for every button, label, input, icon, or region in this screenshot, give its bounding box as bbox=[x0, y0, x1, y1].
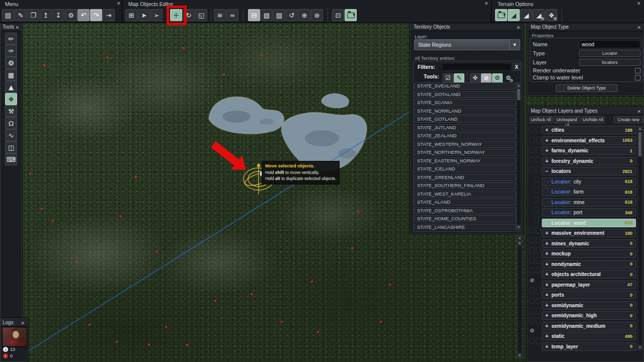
object-brush-icon[interactable]: ⚒ bbox=[5, 105, 17, 117]
lock-eye-toggles[interactable] bbox=[530, 216, 542, 224]
lock-icon[interactable] bbox=[530, 237, 535, 243]
type-value-button[interactable]: Locator bbox=[579, 50, 640, 57]
expand-toggle-icon[interactable]: + bbox=[545, 282, 551, 288]
lock-eye-toggles[interactable] bbox=[530, 156, 542, 163]
lock-eye-toggles[interactable] bbox=[530, 256, 542, 264]
lock-icon[interactable] bbox=[530, 308, 535, 314]
visibility-off-icon[interactable]: ⊘ bbox=[530, 327, 542, 334]
territory-list-item[interactable]: STATE_LANCASHIRE bbox=[414, 224, 516, 231]
terrain-view-icon[interactable]: ◢ bbox=[508, 9, 520, 21]
lock-icon[interactable] bbox=[530, 288, 535, 294]
add-object-icon[interactable]: ⊞ bbox=[125, 9, 137, 21]
layer-row[interactable]: +cities188 bbox=[542, 126, 636, 134]
lock-eye-toggles[interactable] bbox=[530, 246, 542, 254]
expand-toggle-icon[interactable]: + bbox=[545, 303, 551, 308]
lock-eye-toggles[interactable] bbox=[530, 266, 542, 274]
vegetation-water-icon[interactable]: ≋ bbox=[214, 9, 226, 21]
lock-eye-toggles[interactable] bbox=[530, 297, 542, 304]
scroll-down-icon[interactable]: ▼ bbox=[517, 224, 521, 230]
scrollbar-thumb[interactable] bbox=[517, 89, 520, 100]
lock-eye-toggles[interactable] bbox=[530, 287, 542, 294]
scroll-down-icon[interactable]: ▼ bbox=[638, 344, 642, 350]
territory-list-item[interactable]: STATE_OSTROBOTHNIA bbox=[414, 207, 516, 214]
expand-toggle-icon[interactable]: + bbox=[545, 261, 551, 267]
territory-list-item[interactable]: STATE_ALAND bbox=[414, 199, 516, 206]
object-placement-icon[interactable]: ❖ bbox=[5, 93, 17, 105]
lock-icon[interactable] bbox=[530, 147, 535, 153]
lock-icon[interactable] bbox=[530, 318, 535, 324]
layers-list-scrollbar[interactable]: ▲ ▼ bbox=[637, 126, 642, 350]
terrain-graph-icon[interactable]: ◢ bbox=[520, 9, 532, 21]
lock-eye-toggles[interactable] bbox=[530, 146, 542, 153]
delete-object-icon[interactable]: ⊟ bbox=[248, 9, 260, 21]
creature-icon[interactable]: Ω bbox=[5, 117, 17, 129]
layer-row[interactable]: +semidynamic0 bbox=[542, 301, 636, 310]
expand-toggle-icon[interactable]: + bbox=[545, 251, 551, 256]
controller-icon[interactable]: ⌨ bbox=[5, 153, 17, 165]
terrain-settings-icon[interactable]: ◢⚙ bbox=[533, 9, 545, 21]
eye-icon[interactable] bbox=[536, 237, 541, 243]
territory-list-item[interactable]: STATE_NORRLAND bbox=[414, 108, 516, 115]
lock-icon[interactable] bbox=[530, 127, 535, 133]
expand-toggle-icon[interactable]: − bbox=[545, 168, 551, 174]
map-objects-editor-close-icon[interactable]: ✕ bbox=[485, 1, 489, 6]
eye-icon[interactable] bbox=[536, 167, 541, 173]
menu-close-icon[interactable]: ✕ bbox=[117, 1, 121, 6]
lock-icon[interactable] bbox=[530, 298, 535, 304]
lock-eye-toggles[interactable] bbox=[530, 317, 542, 324]
eye-icon[interactable] bbox=[536, 298, 541, 304]
fill-objects-icon[interactable]: ⊛ bbox=[481, 73, 492, 83]
eye-icon[interactable] bbox=[536, 288, 541, 294]
expand-toggle-icon[interactable]: + bbox=[545, 272, 551, 277]
terrain-height-icon[interactable]: ▲ bbox=[5, 81, 17, 93]
expand-toggle-icon[interactable]: + bbox=[545, 138, 551, 143]
lock-icon[interactable] bbox=[530, 338, 535, 344]
eye-icon[interactable] bbox=[536, 267, 541, 274]
probe-territory-icon[interactable]: ✜ bbox=[470, 73, 480, 83]
layer-row[interactable]: Locator:farm618 bbox=[542, 188, 636, 196]
territory-list-item[interactable]: STATE_HOME_COUNTIES bbox=[414, 215, 516, 222]
expand-toggle-icon[interactable]: + bbox=[545, 230, 551, 236]
eye-icon[interactable] bbox=[536, 127, 541, 133]
territory-list-item[interactable]: STATE_GOTALAND bbox=[414, 91, 516, 98]
eye-icon[interactable] bbox=[536, 257, 541, 263]
layer-row[interactable]: +static495 bbox=[542, 332, 636, 340]
grid-icon[interactable]: ▦ bbox=[5, 69, 17, 81]
randomize-rotation-icon[interactable]: ↺ bbox=[286, 9, 298, 21]
eye-icon[interactable] bbox=[536, 147, 541, 153]
territory-list-item[interactable]: STATE_SOUTHERN_FINLAND bbox=[414, 182, 516, 189]
camera-mode-icon[interactable] bbox=[345, 9, 357, 21]
territory-list-item[interactable]: STATE_GREENLAND bbox=[414, 174, 516, 181]
spline-icon[interactable]: ∿ bbox=[5, 129, 17, 141]
territory-list-item[interactable]: STATE_WEST_KARELIA bbox=[414, 191, 516, 198]
chevron-down-icon[interactable]: ▼ bbox=[509, 40, 520, 50]
save-icon[interactable]: ▤ bbox=[2, 9, 14, 21]
undo-icon[interactable]: ↶ bbox=[77, 9, 90, 21]
layer-row[interactable]: +mockup0 bbox=[542, 249, 636, 258]
eye-icon[interactable] bbox=[536, 137, 541, 143]
scroll-up-icon[interactable]: ▲ bbox=[517, 83, 521, 88]
eye-icon[interactable] bbox=[536, 247, 541, 253]
territory-list-item[interactable]: STATE_GOTLAND bbox=[414, 116, 516, 123]
log-info-row[interactable]: i 13 bbox=[3, 347, 15, 352]
paste-object-icon[interactable]: ▧ bbox=[261, 9, 273, 21]
automated-camera-icon[interactable] bbox=[495, 9, 507, 21]
name-field[interactable] bbox=[579, 40, 640, 48]
layer-row[interactable]: +farms_dynamic1 bbox=[542, 146, 636, 155]
paint-territory-icon[interactable]: ✎ bbox=[454, 73, 464, 83]
layer-value-button[interactable]: locators bbox=[579, 59, 640, 66]
territory-list-scrollbar[interactable]: ▲ ▼ bbox=[516, 82, 521, 230]
clamp-water-checkbox[interactable] bbox=[635, 75, 640, 80]
territory-list-item[interactable]: STATE_ZEALAND bbox=[414, 132, 516, 139]
lock-icon[interactable] bbox=[530, 167, 535, 173]
duplicate-icon[interactable]: ❐ bbox=[27, 9, 39, 21]
layers-panel-scrollbar-left[interactable]: ▲ ▼ ▼ bbox=[517, 235, 522, 358]
visibility-off-icon[interactable]: ⊘ bbox=[530, 277, 542, 284]
mask-icon[interactable]: ◫ bbox=[5, 141, 17, 153]
layer-row[interactable]: −locators2821 bbox=[542, 167, 636, 175]
scroll-up-icon[interactable]: ▲ bbox=[638, 126, 642, 132]
lock-eye-toggles[interactable] bbox=[530, 166, 542, 173]
lock-icon[interactable] bbox=[530, 227, 535, 233]
unlock-all-button[interactable]: Un/lock All bbox=[529, 116, 552, 123]
layer-row[interactable]: +temp_layer0 bbox=[542, 342, 636, 351]
